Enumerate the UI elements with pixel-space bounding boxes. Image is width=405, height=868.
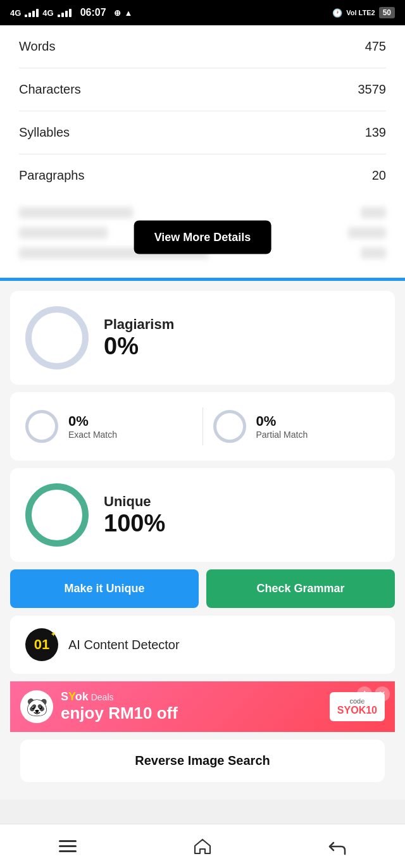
alarm-icon: 🕐: [332, 8, 342, 18]
back-icon: [328, 838, 346, 855]
signal-bars: [25, 9, 39, 17]
home-icon: [194, 838, 211, 855]
blurred-value-3: [361, 247, 386, 259]
unique-card: Unique 100%: [10, 468, 395, 562]
svg-rect-2: [59, 850, 77, 852]
ai-detector-label: AI Content Detector: [68, 638, 180, 652]
plagiarism-info: Plagiarism 0%: [104, 316, 174, 360]
status-left: 4G 4G 06:07 ⊕ ▲: [10, 7, 132, 18]
words-value: 475: [365, 39, 386, 54]
network-indicator-2: 4G: [42, 8, 53, 18]
match-row-card: 0% Exact Match 0% Partial Match: [10, 392, 395, 461]
words-label: Words: [19, 39, 55, 54]
network-indicator: 4G: [10, 8, 21, 18]
blurred-row-1: [19, 207, 386, 218]
nav-home-button[interactable]: [184, 834, 221, 859]
plagiarism-section: Plagiarism 0% 0% Exact Match 0% Partial …: [0, 281, 405, 800]
exact-match-percent: 0%: [68, 413, 117, 430]
ad-code-label: code: [337, 697, 377, 705]
blurred-area: View More Details: [0, 197, 405, 278]
unique-label: Unique: [104, 493, 165, 510]
blurred-value-2: [348, 227, 386, 239]
ad-content: SYok Deals enjoy RM10 off: [61, 690, 322, 723]
nav-back-button[interactable]: [318, 834, 356, 859]
stat-row-words: Words 475: [19, 25, 386, 68]
ad-offer: enjoy RM10 off: [61, 704, 178, 722]
unique-circle: [25, 483, 89, 547]
partial-match-label: Partial Match: [256, 430, 308, 440]
svg-rect-1: [59, 845, 77, 847]
blurred-text-2: [19, 227, 108, 239]
menu-icon: [59, 838, 77, 855]
characters-value: 3579: [358, 82, 387, 97]
unique-percent: 100%: [104, 510, 165, 537]
partial-match-percent: 0%: [256, 413, 308, 430]
characters-label: Characters: [19, 82, 81, 97]
blurred-value-1: [361, 207, 386, 218]
ad-info-button[interactable]: ℹ: [357, 686, 372, 702]
plagiarism-percent: 0%: [104, 333, 174, 360]
status-bar: 4G 4G 06:07 ⊕ ▲ 🕐 Vol LTE2 50: [0, 0, 405, 25]
stats-section: Words 475 Characters 3579 Syllables 139 …: [0, 25, 405, 197]
ad-brand-sub: Deals: [91, 692, 114, 702]
plagiarism-circle: [25, 306, 89, 369]
ad-banner: 🐼 SYok Deals enjoy RM10 off code SYOK10 …: [10, 681, 395, 732]
bottom-nav: [0, 824, 405, 868]
ai-detector-card[interactable]: 01 ✦ AI Content Detector: [10, 616, 395, 674]
make-unique-button[interactable]: Make it Unique: [10, 569, 199, 608]
ad-close-button[interactable]: ✕: [375, 686, 390, 702]
view-more-button[interactable]: View More Details: [134, 221, 271, 254]
blurred-text-1: [19, 207, 133, 218]
plagiarism-label: Plagiarism: [104, 316, 174, 333]
partial-match-item: 0% Partial Match: [213, 410, 380, 443]
stat-row-syllables: Syllables 139: [19, 111, 386, 154]
exact-match-label: Exact Match: [68, 430, 117, 440]
exact-match-info: 0% Exact Match: [68, 413, 117, 440]
action-buttons: Make it Unique Check Grammar: [10, 569, 395, 608]
time-display: 06:07: [80, 7, 106, 18]
syllables-value: 139: [365, 125, 386, 140]
exact-match-circle: [25, 410, 58, 443]
partial-match-circle: [213, 410, 246, 443]
plagiarism-main-card: Plagiarism 0%: [10, 291, 395, 385]
svg-rect-0: [59, 840, 77, 842]
partial-match-info: 0% Partial Match: [256, 413, 308, 440]
paragraphs-value: 20: [372, 168, 386, 183]
match-divider: [202, 407, 203, 445]
nav-menu-button[interactable]: [49, 834, 87, 859]
syllables-label: Syllables: [19, 125, 70, 140]
ad-code-value: SYOK10: [337, 705, 377, 716]
stat-row-paragraphs: Paragraphs 20: [19, 154, 386, 197]
ai-icon: 01 ✦: [25, 628, 58, 661]
ad-panda-icon: 🐼: [20, 690, 53, 723]
signal-bars-2: [58, 9, 72, 17]
check-grammar-button[interactable]: Check Grammar: [206, 569, 395, 608]
lte-indicator: Vol LTE2: [346, 9, 375, 16]
reverse-search-label: Reverse Image Search: [135, 753, 270, 767]
stat-row-characters: Characters 3579: [19, 68, 386, 111]
ai-icon-text: 01: [34, 636, 49, 653]
ad-brand: SYok: [61, 690, 89, 704]
status-right: 🕐 Vol LTE2 50: [332, 7, 395, 18]
battery-indicator: 50: [379, 7, 395, 18]
location-icon: ⊕: [114, 8, 121, 18]
reverse-search-card[interactable]: Reverse Image Search: [20, 740, 385, 782]
unique-info: Unique 100%: [104, 493, 165, 537]
warning-icon: ▲: [125, 8, 133, 18]
exact-match-item: 0% Exact Match: [25, 410, 192, 443]
ai-icon-star: ✦: [51, 631, 56, 638]
paragraphs-label: Paragraphs: [19, 168, 84, 183]
